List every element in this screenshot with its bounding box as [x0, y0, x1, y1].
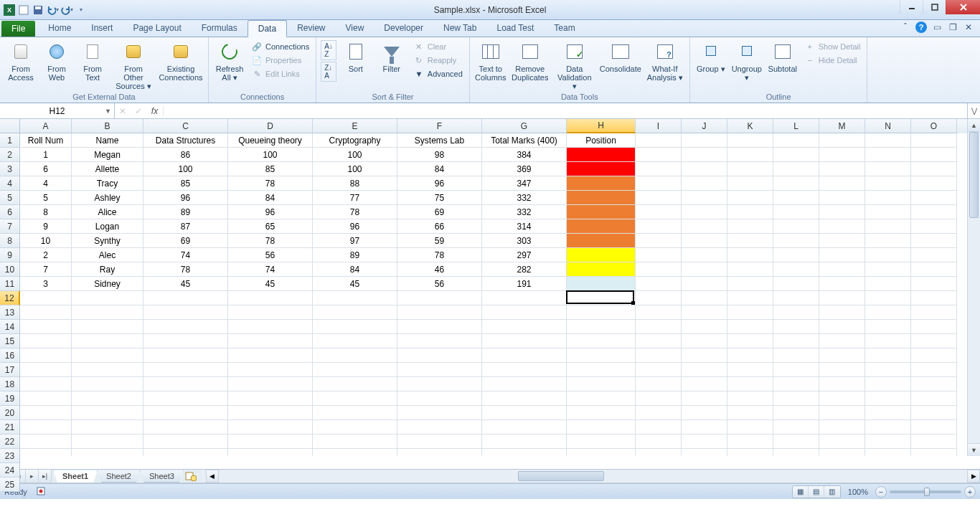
cell-C3[interactable]: 100 [143, 162, 228, 176]
row-header-13[interactable]: 13 [0, 305, 20, 320]
cell-F5[interactable]: 75 [397, 191, 482, 205]
cell-K22[interactable] [727, 435, 773, 449]
cell-E20[interactable] [313, 406, 397, 420]
name-box-input[interactable] [4, 106, 110, 116]
cell-N3[interactable] [865, 162, 911, 176]
cell-N23[interactable] [865, 449, 911, 456]
cell-B4[interactable]: Tracy [72, 176, 143, 191]
cell-L10[interactable] [773, 262, 819, 277]
cell-I21[interactable] [636, 420, 682, 435]
cell-O9[interactable] [911, 248, 957, 262]
cell-E18[interactable] [313, 377, 397, 392]
page-break-view-button[interactable]: ▥ [824, 486, 840, 498]
cell-G13[interactable] [482, 305, 567, 320]
cell-J10[interactable] [682, 262, 727, 277]
row-header-10[interactable]: 10 [0, 262, 20, 277]
cell-I9[interactable] [636, 248, 682, 262]
cell-H5[interactable] [567, 191, 636, 205]
cell-F18[interactable] [397, 377, 482, 392]
cell-I5[interactable] [636, 191, 682, 205]
sheet-tab-sheet1[interactable]: Sheet1 [53, 470, 98, 483]
column-header-H[interactable]: H [567, 119, 636, 133]
cell-F17[interactable] [397, 363, 482, 377]
cell-C20[interactable] [143, 406, 228, 420]
cell-D10[interactable]: 74 [228, 262, 313, 277]
column-header-C[interactable]: C [143, 119, 228, 133]
fx-icon[interactable]: fx [146, 106, 164, 116]
maximize-button[interactable] [923, 0, 946, 14]
row-header-16[interactable]: 16 [0, 348, 20, 363]
cell-F1[interactable]: Systems Lab [397, 133, 482, 148]
cell-L7[interactable] [773, 219, 819, 234]
cell-C15[interactable] [143, 334, 228, 348]
cell-A10[interactable]: 7 [20, 262, 72, 277]
cell-J21[interactable] [682, 420, 727, 435]
cell-G9[interactable]: 297 [482, 248, 567, 262]
cell-O18[interactable] [911, 377, 957, 392]
cell-O2[interactable] [911, 148, 957, 162]
cell-L14[interactable] [773, 320, 819, 334]
qat-customize-icon[interactable]: ▾ [75, 4, 88, 16]
cell-F7[interactable]: 66 [397, 219, 482, 234]
row-header-24[interactable]: 24 [0, 463, 20, 478]
tab-data[interactable]: Data [248, 20, 287, 37]
cell-A1[interactable]: Roll Num [20, 133, 72, 148]
sort-desc-button[interactable]: Z↓A [321, 62, 336, 82]
cell-D2[interactable]: 100 [228, 148, 313, 162]
undo-icon[interactable]: ▾ [46, 4, 59, 16]
cell-N12[interactable] [865, 291, 911, 305]
cell-D8[interactable]: 78 [228, 234, 313, 248]
row-header-4[interactable]: 4 [0, 176, 20, 191]
cell-L15[interactable] [773, 334, 819, 348]
cell-O1[interactable] [911, 133, 957, 148]
cells-area[interactable]: Roll NumNameData StructuresQueueing theo… [20, 133, 967, 456]
cell-E11[interactable]: 45 [313, 277, 397, 291]
cell-G7[interactable]: 314 [482, 219, 567, 234]
cell-M8[interactable] [819, 234, 865, 248]
cell-C8[interactable]: 69 [143, 234, 228, 248]
cell-A7[interactable]: 9 [20, 219, 72, 234]
cell-M4[interactable] [819, 176, 865, 191]
horizontal-scrollbar[interactable]: ◀ ▶ [202, 470, 980, 483]
cell-D15[interactable] [228, 334, 313, 348]
tab-developer[interactable]: Developer [374, 20, 433, 37]
cell-O10[interactable] [911, 262, 957, 277]
cell-F20[interactable] [397, 406, 482, 420]
sheet-nav-last-button[interactable]: ▸| [39, 470, 52, 483]
cell-O19[interactable] [911, 392, 957, 406]
cell-H11[interactable] [567, 277, 636, 291]
cell-L16[interactable] [773, 348, 819, 363]
cell-I10[interactable] [636, 262, 682, 277]
cell-M1[interactable] [819, 133, 865, 148]
cell-L11[interactable] [773, 277, 819, 291]
cell-C16[interactable] [143, 348, 228, 363]
doc-restore-icon[interactable]: ❐ [947, 22, 958, 33]
cell-I12[interactable] [636, 291, 682, 305]
cell-M13[interactable] [819, 305, 865, 320]
cell-I11[interactable] [636, 277, 682, 291]
cell-C6[interactable]: 89 [143, 205, 228, 219]
cell-N1[interactable] [865, 133, 911, 148]
what-if-analysis-button[interactable]: What-If Analysis ▾ [645, 39, 685, 83]
cell-N6[interactable] [865, 205, 911, 219]
subtotal-button[interactable]: Subtotal [766, 39, 799, 75]
remove-duplicates-button[interactable]: Remove Duplicates [510, 39, 550, 83]
cell-J3[interactable] [682, 162, 727, 176]
cell-B23[interactable] [72, 449, 143, 456]
cell-K1[interactable] [727, 133, 773, 148]
sheet-tab-sheet3[interactable]: Sheet3 [140, 470, 184, 483]
cell-J6[interactable] [682, 205, 727, 219]
cell-J15[interactable] [682, 334, 727, 348]
cell-L3[interactable] [773, 162, 819, 176]
cell-J11[interactable] [682, 277, 727, 291]
cell-D7[interactable]: 65 [228, 219, 313, 234]
cell-A23[interactable] [20, 449, 72, 456]
column-header-B[interactable]: B [72, 119, 143, 133]
column-header-F[interactable]: F [397, 119, 482, 133]
cell-N11[interactable] [865, 277, 911, 291]
cell-K10[interactable] [727, 262, 773, 277]
cell-I17[interactable] [636, 363, 682, 377]
cell-A8[interactable]: 10 [20, 234, 72, 248]
cell-G1[interactable]: Total Marks (400) [482, 133, 567, 148]
cell-J9[interactable] [682, 248, 727, 262]
